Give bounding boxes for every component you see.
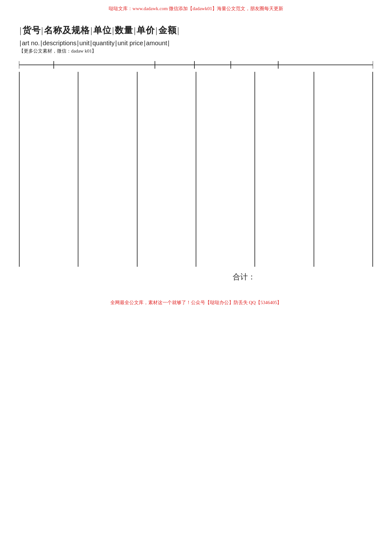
- pipe-4: |: [134, 25, 136, 35]
- cn-col-amount: 金额: [158, 24, 177, 36]
- pipe-0: |: [20, 25, 22, 35]
- pipe-2: |: [90, 25, 93, 35]
- table-row: [19, 214, 373, 231]
- table-row: [19, 143, 373, 160]
- en-pipe-3: |: [90, 40, 92, 47]
- table-row: [19, 196, 373, 214]
- en-pipe-0: |: [20, 40, 21, 47]
- table-row: [19, 107, 373, 125]
- bottom-banner: 全网最全公文库，素材这一个就够了！公众号【哒哒办公】防丢失 QQ【5346405…: [19, 300, 373, 315]
- pipe-5: |: [156, 25, 158, 35]
- top-rule-svg: [19, 60, 373, 70]
- en-col-qty: quantity: [92, 40, 114, 47]
- en-pipe-2: |: [77, 40, 79, 47]
- top-h-rule: [19, 60, 373, 70]
- pipe-1: |: [41, 25, 44, 35]
- table-row: [19, 90, 373, 107]
- en-header-row: | art no. | descriptions | unit | quanti…: [19, 40, 373, 47]
- top-banner: 哒哒文库：www.dadawk.com 微信添加【dadawk01】海量公文范文…: [0, 0, 392, 15]
- table-row: [19, 231, 373, 249]
- table-row: [19, 178, 373, 196]
- en-pipe-6: |: [168, 40, 169, 47]
- pipe-6: |: [177, 25, 180, 35]
- table-row: [19, 72, 373, 90]
- cn-col-artno: 货号: [22, 24, 41, 36]
- cn-header-row: | 货号 | 名称及规格 | 单位 | 数量 | 单价 | 金额 |: [19, 24, 373, 36]
- table-row: [19, 160, 373, 178]
- cn-col-desc: 名称及规格: [44, 24, 90, 36]
- en-col-unit: unit: [79, 40, 89, 47]
- cn-col-unit: 单位: [93, 24, 112, 36]
- wechat-note: 【更多公文素材，微信：dadaw k01】: [19, 48, 373, 54]
- table-container: 合计：: [19, 60, 373, 287]
- total-label: 合计：: [233, 272, 255, 282]
- cn-col-uprice: 单价: [137, 24, 155, 36]
- total-row: 合计：: [19, 267, 373, 287]
- pipe-3: |: [112, 25, 114, 35]
- en-pipe-4: |: [115, 40, 117, 47]
- en-col-artno: art no.: [22, 40, 40, 47]
- en-col-desc: descriptions: [43, 40, 77, 47]
- en-pipe-5: |: [144, 40, 145, 47]
- table-row: [19, 125, 373, 143]
- en-col-uprice: unit price: [118, 40, 143, 47]
- en-pipe-1: |: [40, 40, 42, 47]
- table-row: [19, 249, 373, 267]
- en-col-amount: amount: [146, 40, 167, 47]
- cn-col-qty: 数量: [115, 24, 133, 36]
- total-label-cell: 合计：: [230, 272, 372, 282]
